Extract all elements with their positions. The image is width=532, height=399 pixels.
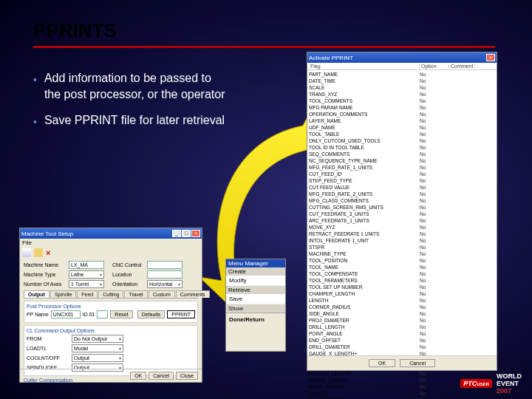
cnc-input[interactable]: [147, 261, 183, 269]
menu-item-modify[interactable]: Modify: [226, 276, 285, 286]
pprint-row[interactable]: INTOL_FEEDRATE 1_UNITNo: [309, 237, 495, 244]
location-input[interactable]: [147, 270, 183, 279]
pprint-cancel-button[interactable]: Cancel: [400, 359, 435, 367]
tab-spindle[interactable]: Spindle: [50, 290, 76, 298]
pprint-row[interactable]: DRILL_DIAMETERNo: [309, 344, 495, 350]
pprint-row[interactable]: STEP_FEED_TYPENo: [309, 177, 495, 184]
pprint-row[interactable]: TOOL_NAMENo: [309, 264, 495, 270]
pprint-row[interactable]: CUT_FEEDRATE_3_UNITSNo: [309, 211, 495, 217]
col-comment[interactable]: Comment: [449, 64, 475, 69]
pprint-row[interactable]: LAYER_NAMENo: [309, 117, 495, 124]
pprint-row[interactable]: TOOL_TABLENo: [309, 131, 495, 137]
pprint-row[interactable]: CUTTING_SCREEN_RMS_UNITSNo: [309, 204, 495, 211]
toolbar: ×: [20, 247, 202, 259]
pprint-row[interactable]: SEQ_COMMENTSNo: [309, 151, 495, 157]
pp-pprint-button[interactable]: PPRINT: [167, 310, 195, 318]
pprint-list[interactable]: PART_NAMENoDATE_TIMENoSCALENoTRANS_XYZNo…: [307, 70, 497, 399]
location-label: Location: [112, 272, 145, 277]
menu-section-show[interactable]: Show: [226, 304, 285, 313]
machine-name-input[interactable]: LX_MA: [69, 261, 104, 269]
pprint-row[interactable]: CHAMFER_LENGTHNo: [309, 290, 495, 297]
pp-defaults-button[interactable]: Defaults: [137, 310, 166, 318]
maximize-button[interactable]: □: [182, 230, 191, 237]
menu-section-create[interactable]: Create: [226, 267, 285, 276]
pprint-ok-button[interactable]: OK: [369, 359, 395, 367]
bullet-icon: •: [33, 115, 37, 129]
pprint-row[interactable]: POINT_ANGLENo: [309, 330, 495, 337]
pprint-row[interactable]: TRANS_XYZNo: [309, 91, 495, 98]
event-text: WORLD EVENT 2007: [497, 372, 522, 395]
pprint-row[interactable]: END_OFFSETNo: [309, 337, 495, 344]
pprint-row[interactable]: OPERATION_COMMENTSNo: [309, 111, 495, 117]
pprint-row[interactable]: TOOL ID IN TOOL TABLENo: [309, 144, 495, 151]
machine-type-select[interactable]: Lathe: [69, 270, 104, 279]
pprint-row[interactable]: MFG_FEED_RATE_1_UNITSNo: [309, 164, 495, 171]
pprint-row[interactable]: CUT_FEED_IDNo: [309, 171, 495, 177]
pprint-row[interactable]: TOOL_PARAMETERSNo: [309, 277, 495, 284]
menu-done-return[interactable]: Done/Return: [226, 313, 285, 326]
pp-name-input[interactable]: UNCX01: [51, 310, 81, 318]
pprint-close-button[interactable]: ×: [486, 54, 495, 61]
pp-id-input[interactable]: [97, 310, 108, 318]
pprint-row[interactable]: DRILL_LENGTHNo: [309, 324, 495, 330]
machine-tool-setup-dialog: Machine Tool Setup _ □ × File × Machine …: [19, 228, 202, 383]
pprint-row[interactable]: TOOL_POSITIONNo: [309, 257, 495, 264]
pp-reset-button[interactable]: Reset: [110, 310, 132, 318]
minimize-button[interactable]: _: [172, 230, 181, 237]
orientation-select[interactable]: Horizontal: [147, 280, 183, 288]
tabs: OutputSpindleFeedCuttingTravelCustomComm…: [24, 290, 198, 299]
footer-logo: PTCUSER WORLD EVENT 2007: [460, 372, 522, 395]
menu-file[interactable]: File: [22, 239, 32, 246]
pprint-row[interactable]: UDF_NAMENo: [309, 124, 495, 131]
col-option[interactable]: Option: [420, 64, 449, 69]
pprint-row[interactable]: PART_NAMENo: [309, 71, 495, 78]
cl-select[interactable]: Do Not Output: [72, 335, 123, 343]
pprint-row[interactable]: MACHINE_TYPENo: [309, 250, 495, 257]
pprint-row[interactable]: SIDE_ANGLENo: [309, 310, 495, 317]
close-button-footer[interactable]: Close: [176, 372, 198, 380]
pprint-row[interactable]: PROJ_DIAMETERNo: [309, 317, 495, 324]
num-axes-select[interactable]: 1 Turret: [69, 280, 104, 288]
cl-select[interactable]: Modal: [72, 344, 123, 352]
new-icon[interactable]: [22, 248, 31, 257]
tab-custom[interactable]: Custom: [149, 290, 175, 298]
orientation-label: Orientation: [112, 282, 145, 287]
menu-title: Menu Manager: [226, 259, 285, 267]
pprint-row[interactable]: MFG PARAM NAMENo: [309, 104, 495, 111]
pprint-footer: OK Cancel: [307, 355, 497, 370]
tab-feed[interactable]: Feed: [77, 290, 98, 298]
pprint-row[interactable]: DATE_TIMENo: [309, 78, 495, 84]
pprint-row[interactable]: MFG_CLASS_COMMENTSNo: [309, 197, 495, 204]
tab-travel[interactable]: Travel: [124, 290, 147, 298]
cl-select[interactable]: Output: [72, 354, 123, 362]
pprint-row[interactable]: MFG_FEED_RATE_2_UNITSNo: [309, 191, 495, 197]
col-flag[interactable]: Flag: [309, 64, 420, 69]
tab-output[interactable]: Output: [24, 290, 50, 298]
close-button[interactable]: ×: [191, 230, 200, 237]
pprint-row[interactable]: SCALENo: [309, 84, 495, 91]
pprint-row[interactable]: TOOL_COMMENTSNo: [309, 98, 495, 104]
pprint-row[interactable]: CORNER_RADIUSNo: [309, 304, 495, 310]
menu-section-retrieve[interactable]: Retrieve: [226, 286, 285, 294]
open-icon[interactable]: [34, 248, 43, 257]
pprint-row[interactable]: RETRACT_FEEDRATE 1 UNITSNo: [309, 231, 495, 237]
pprint-row[interactable]: TOOL_COMPENSATENo: [309, 270, 495, 277]
pprint-row[interactable]: TOOL SET UP NUMBERNo: [309, 284, 495, 290]
pprint-row[interactable]: ONLY_CUTCOM_USED_TOOLSNo: [309, 137, 495, 144]
dialog-titlebar[interactable]: Machine Tool Setup _ □ ×: [20, 228, 202, 239]
ok-button[interactable]: OK: [130, 372, 146, 380]
pprint-row[interactable]: ARC_FEEDRATE_1_UNITSNo: [309, 217, 495, 224]
cancel-button[interactable]: Cancel: [149, 372, 174, 380]
pprint-row[interactable]: LENGTHNo: [309, 297, 495, 304]
num-axes-label: Number Of Axes: [24, 282, 66, 287]
tab-comments[interactable]: Comments: [176, 290, 210, 298]
machine-name-label: Machine Name: [24, 262, 66, 267]
pprint-row[interactable]: NC_SEQUENCE_TYPE_NAMENo: [309, 157, 495, 164]
pprint-titlebar[interactable]: Activate PPRINT ×: [307, 52, 497, 63]
pprint-row[interactable]: MOVE_XYZNo: [309, 224, 495, 231]
tab-cutting[interactable]: Cutting: [98, 290, 123, 298]
pprint-row[interactable]: STSFRNo: [309, 244, 495, 250]
menu-item-save[interactable]: Save: [226, 294, 285, 304]
delete-icon[interactable]: ×: [46, 248, 55, 257]
pprint-row[interactable]: CUT FEED VALUENo: [309, 184, 495, 191]
